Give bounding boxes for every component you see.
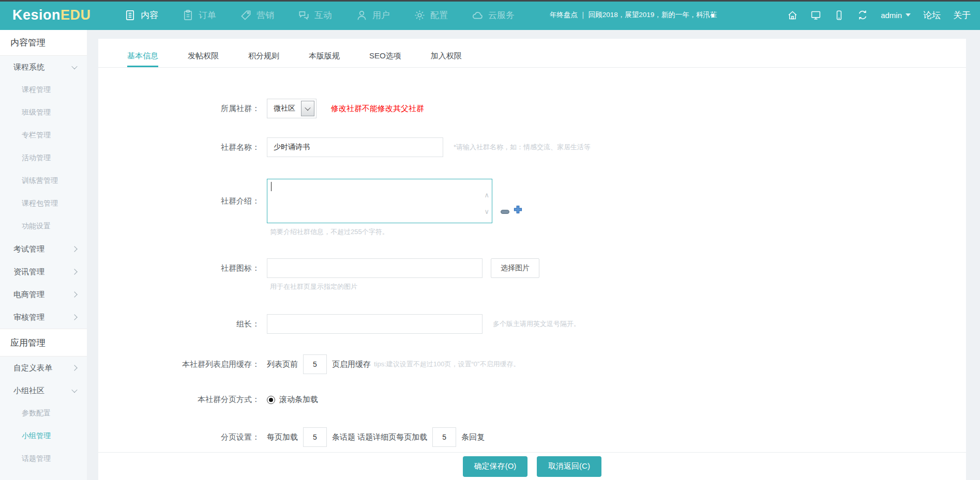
- nav-item-label: 营销: [257, 9, 274, 21]
- tab-seo-options[interactable]: SEO选项: [369, 39, 401, 67]
- announcement-marquee: 年终盘点 ｜ 回顾2018，展望2019，新的一年，科汛雈: [550, 0, 721, 30]
- sidebar-item-group-community[interactable]: 小组社区: [0, 379, 87, 402]
- nav-item-label: 配置: [430, 9, 448, 21]
- tab-board-rules[interactable]: 本版版规: [309, 39, 340, 67]
- sidebar-item-label: 资讯管理: [13, 267, 44, 277]
- nav-item-label: 内容: [141, 9, 158, 21]
- sidebar-item-function-settings[interactable]: 功能设置: [0, 215, 87, 238]
- group-icon-input[interactable]: [267, 258, 483, 278]
- sidebar-item-column-manage[interactable]: 专栏管理: [0, 124, 87, 147]
- nav-item-interaction[interactable]: 互动: [298, 9, 332, 21]
- group-name-input[interactable]: [267, 137, 443, 157]
- text-cursor: [271, 182, 272, 191]
- group-intro-hint: 简要介绍社群信息，不超过255个字符。: [270, 227, 966, 237]
- form-row-paging-settings: 分页设置： 每页加载 条话题 话题详细页每页加载 条回复: [98, 427, 966, 447]
- tab-post-permission[interactable]: 发帖权限: [188, 39, 219, 67]
- main-area: 基本信息 发帖权限 积分规则 本版版规 SEO选项 加入权限 所属社群： 微社区…: [87, 30, 980, 480]
- cancel-button[interactable]: 取消返回(C): [537, 456, 601, 477]
- desktop-icon[interactable]: [810, 10, 821, 21]
- shrink-textarea-icon[interactable]: [501, 210, 509, 214]
- cache-suffix-text: 页启用缓存: [332, 360, 371, 369]
- form-row-parent-group: 所属社群： 微社区 修改社群不能修改其父社群: [98, 99, 966, 118]
- form-row-paging-mode: 本社群分页方式： 滚动条加载: [98, 395, 966, 405]
- content-card: 基本信息 发帖权限 积分规则 本版版规 SEO选项 加入权限 所属社群： 微社区…: [98, 39, 966, 480]
- top-header: KesionEDU 内容 订单 营销 互动 用户 配置 云服务: [0, 0, 980, 30]
- home-icon[interactable]: [787, 10, 798, 21]
- chevron-down-icon: [71, 387, 77, 393]
- field-label: 所属社群：: [98, 104, 263, 114]
- admin-user-menu[interactable]: admin: [881, 11, 911, 20]
- group-name-hint: *请输入社群名称，如：情感交流、家居生活等: [454, 143, 591, 152]
- sidebar-item-coursepack-manage[interactable]: 课程包管理: [0, 192, 87, 215]
- group-intro-textarea[interactable]: ∧ ∨: [267, 179, 492, 223]
- tab-join-permission[interactable]: 加入权限: [431, 39, 462, 67]
- sidebar-item-topic-manage[interactable]: 话题管理: [0, 447, 87, 470]
- sidebar-item-class-manage[interactable]: 班级管理: [0, 101, 87, 124]
- choose-image-button[interactable]: 选择图片: [491, 258, 539, 278]
- nav-item-orders[interactable]: 订单: [182, 9, 216, 21]
- logo-text-edu: EDU: [61, 7, 91, 23]
- sidebar-item-exam-manage[interactable]: 考试管理: [0, 238, 87, 260]
- field-label: 本社群分页方式：: [98, 395, 263, 405]
- sidebar-item-activity-manage[interactable]: 活动管理: [0, 147, 87, 169]
- marketing-icon: [240, 9, 252, 21]
- sidebar-item-course-manage[interactable]: 课程管理: [0, 79, 87, 101]
- sidebar-section-content-menu: 课程系统 课程管理 班级管理 专栏管理 活动管理 训练营管理 课程包管理 功能设…: [0, 56, 87, 329]
- top-navigation: 内容 订单 营销 互动 用户 配置 云服务: [124, 0, 515, 30]
- sidebar-item-news-manage[interactable]: 资讯管理: [0, 260, 87, 283]
- refresh-icon[interactable]: [857, 9, 868, 21]
- cache-tips: tips:建议设置不超过100页，设置“0”不启用缓存。: [374, 360, 520, 369]
- nav-item-users[interactable]: 用户: [356, 9, 390, 21]
- sidebar-item-audit-manage[interactable]: 审核管理: [0, 306, 87, 329]
- field-label: 组长：: [98, 319, 263, 329]
- save-button[interactable]: 确定保存(O): [463, 456, 527, 477]
- field-label: 分页设置：: [98, 432, 263, 442]
- group-leader-input[interactable]: [267, 314, 483, 334]
- content-icon: [124, 9, 136, 21]
- select-arrow-button[interactable]: [301, 101, 314, 116]
- sidebar-item-label: 小组管理: [22, 431, 51, 441]
- sidebar-item-course-system[interactable]: 课程系统: [0, 56, 87, 79]
- nav-item-settings[interactable]: 配置: [414, 9, 448, 21]
- chevron-right-icon: [71, 269, 77, 274]
- interaction-icon: [298, 9, 310, 21]
- about-link[interactable]: 关于: [953, 9, 971, 21]
- sidebar-item-ecommerce-manage[interactable]: 电商管理: [0, 283, 87, 306]
- scroll-load-radio[interactable]: [267, 396, 275, 404]
- app-logo[interactable]: KesionEDU: [12, 0, 91, 30]
- scrollbar-down-icon[interactable]: ∨: [484, 208, 489, 215]
- paging-text-2: 条话题 话题详细页每页加载: [332, 432, 427, 442]
- parent-group-select[interactable]: 微社区: [267, 99, 316, 118]
- expand-textarea-icon[interactable]: [514, 205, 522, 216]
- chevron-right-icon: [71, 365, 77, 370]
- sidebar-item-label: 电商管理: [13, 290, 44, 300]
- tab-points-rules[interactable]: 积分规则: [248, 39, 279, 67]
- mobile-icon[interactable]: [834, 10, 845, 21]
- chevron-right-icon: [71, 291, 77, 297]
- sidebar-item-camp-manage[interactable]: 训练营管理: [0, 169, 87, 192]
- field-label: 本社群列表启用缓存：: [98, 360, 263, 369]
- replies-per-page-input[interactable]: [432, 427, 456, 447]
- sidebar-item-label: 训练营管理: [22, 176, 58, 185]
- tab-bar: 基本信息 发帖权限 积分规则 本版版规 SEO选项 加入权限: [98, 39, 966, 68]
- forum-link[interactable]: 论坛: [923, 9, 941, 21]
- logo-text-kesion: Kesion: [12, 7, 61, 23]
- scrollbar-up-icon[interactable]: ∧: [484, 192, 489, 198]
- form-row-group-intro: 社群介绍： ∧ ∨: [98, 179, 966, 223]
- cache-pages-input[interactable]: [303, 354, 327, 374]
- nav-item-cloud[interactable]: 云服务: [472, 9, 515, 21]
- sidebar-section-content-title: 内容管理: [0, 30, 87, 56]
- sidebar-item-label: 课程系统: [13, 63, 44, 72]
- nav-item-content[interactable]: 内容: [124, 9, 158, 21]
- sidebar-item-param-config[interactable]: 参数配置: [0, 402, 87, 425]
- nav-item-marketing[interactable]: 营销: [240, 9, 274, 21]
- topics-per-page-input[interactable]: [303, 427, 327, 447]
- sidebar-item-custom-form[interactable]: 自定义表单: [0, 357, 87, 379]
- tab-basic-info[interactable]: 基本信息: [127, 39, 158, 67]
- chevron-down-icon: [71, 64, 77, 69]
- paging-text-3: 条回复: [461, 432, 485, 442]
- form-row-list-cache: 本社群列表启用缓存： 列表页前 页启用缓存 tips:建议设置不超过100页，设…: [98, 354, 966, 374]
- sidebar-item-label: 活动管理: [22, 153, 51, 163]
- sidebar-item-group-manage[interactable]: 小组管理: [0, 425, 87, 447]
- cache-prefix-text: 列表页前: [267, 360, 298, 369]
